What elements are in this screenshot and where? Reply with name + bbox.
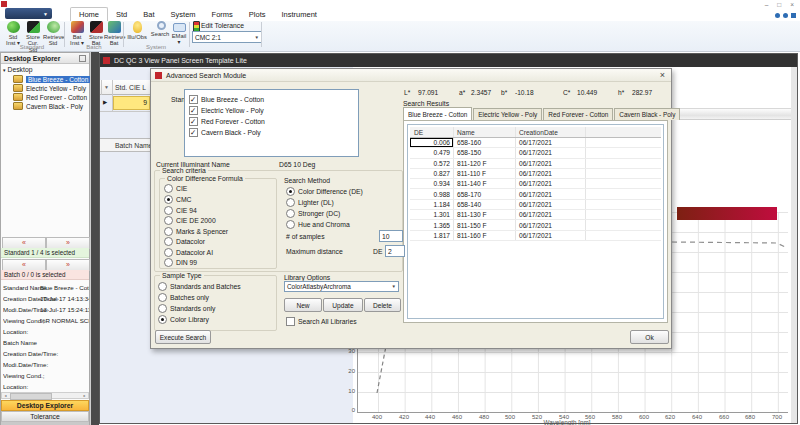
library-select[interactable]: ColorAtlasbyArchroma ▼ — [284, 281, 399, 292]
checkbox-icon — [189, 95, 198, 104]
tab-home[interactable]: Home — [70, 7, 108, 22]
folder-icon — [13, 75, 23, 83]
tab-system[interactable]: System — [163, 8, 204, 22]
radio-cmc[interactable]: CMC — [164, 195, 191, 204]
tab-instrument[interactable]: Instrument — [274, 8, 325, 22]
y-tick: 0 — [343, 407, 355, 413]
samples-input[interactable]: 10 — [379, 230, 403, 242]
radio-color-difference[interactable]: Color Difference (DE) — [286, 187, 363, 196]
new-button[interactable]: New — [284, 298, 322, 312]
standard-check-cavern-black[interactable]: Cavern Black - Poly — [189, 128, 261, 137]
standard-check-electric-yellow[interactable]: Electric Yellow - Poly — [189, 106, 264, 115]
results-table-header[interactable]: DE Name CreationDate — [410, 127, 661, 138]
scroll-left-icon[interactable]: ◂ — [2, 393, 9, 398]
ok-button[interactable]: Ok — [630, 330, 669, 344]
radio-hue-chroma[interactable]: Hue and Chroma — [286, 220, 350, 229]
radio-ciede2000[interactable]: CIE DE 2000 — [164, 216, 216, 225]
radio-standards-batches[interactable]: Standards and Batches — [158, 282, 241, 291]
pin-icon[interactable] — [79, 55, 86, 62]
update-button[interactable]: Update — [323, 298, 363, 312]
group-label-system: System — [124, 44, 188, 50]
result-row[interactable]: 1.817811-160 F06/17/2021 — [410, 231, 661, 241]
x-tick: 680 — [742, 414, 758, 420]
tab-std[interactable]: Std — [108, 8, 135, 22]
email-button[interactable]: EMail▾ — [169, 21, 189, 46]
std-inst-button[interactable]: StdInst ▾ — [3, 21, 23, 47]
panel-icon[interactable] — [791, 13, 796, 18]
expander-icon[interactable]: ▾ — [3, 67, 6, 73]
result-row[interactable]: 0.827811-110 F06/17/2021 — [410, 169, 661, 179]
dialog-titlebar[interactable]: Advanced Search Module — [151, 69, 671, 82]
result-row[interactable]: 0.988658-17006/17/2021 — [410, 189, 661, 199]
tab-forms[interactable]: Forms — [204, 8, 241, 22]
distance-input[interactable]: 2 — [385, 245, 405, 257]
scroll-thumb[interactable] — [10, 393, 52, 400]
radio-datacolor-ai[interactable]: Datacolor AI — [164, 248, 213, 257]
grid-selected-cell[interactable]: 9 — [113, 96, 150, 110]
illu-obs-button[interactable]: Illu/Obs — [126, 21, 148, 40]
retrieve-std-button[interactable]: RetrieveStd — [43, 21, 63, 47]
document-titlebar[interactable]: DC QC 3 View Panel Screen Template Lite — [100, 54, 797, 67]
tree-item-red-forever[interactable]: Red Forever - Cotton — [13, 93, 87, 101]
distance-label: Maximum distance — [286, 248, 343, 255]
maximize-button[interactable]: □ — [777, 1, 781, 8]
radio-din99[interactable]: DIN 99 — [164, 258, 197, 267]
sidebar-scrollbar[interactable]: ◂ ▸ — [1, 392, 89, 399]
result-row[interactable]: 1.365811-150 F06/17/2021 — [410, 220, 661, 230]
tree-item-cavern-black[interactable]: Cavern Black - Poly — [13, 102, 83, 110]
radio-batches-only[interactable]: Batches only — [158, 293, 209, 302]
radio-standards-only[interactable]: Standards only — [158, 304, 215, 313]
tree-root[interactable]: ▾ Desktop — [3, 66, 32, 73]
splitter[interactable] — [90, 52, 99, 425]
bat-inst-button[interactable]: BatInst ▾ — [67, 21, 87, 47]
execute-search-button[interactable]: Execute Search — [155, 330, 211, 344]
result-tab-red-forever[interactable]: Red Forever - Cotton — [543, 108, 613, 120]
search-button[interactable]: Search — [150, 21, 170, 37]
radio-cie94[interactable]: CIE 94 — [164, 206, 197, 215]
dialog-close-button[interactable]: × — [660, 70, 665, 80]
radio-icon — [164, 227, 173, 236]
help-icon[interactable] — [775, 13, 780, 18]
standard-check-blue-breeze[interactable]: Blue Breeze - Cotton — [189, 95, 264, 104]
result-row[interactable]: 0.479658-15006/17/2021 — [410, 148, 661, 158]
tab-plots[interactable]: Plots — [241, 8, 274, 22]
grid-column-header[interactable]: Std. CIE L — [115, 84, 146, 91]
store-bat-button[interactable]: StoreBat — [86, 21, 106, 47]
delete-button[interactable]: Delete — [364, 298, 401, 312]
radio-marks-spencer[interactable]: Marks & Spencer — [164, 227, 228, 236]
panel-tab-tolerance[interactable]: Tolerance — [1, 411, 89, 422]
result-row[interactable]: 0.006658-16006/17/2021 — [410, 138, 661, 148]
filter-icon[interactable]: ▼ — [104, 84, 109, 90]
retrieve-standard-icon — [47, 21, 60, 33]
tab-bat[interactable]: Bat — [135, 8, 162, 22]
radio-color-library[interactable]: Color Library — [158, 315, 209, 324]
search-all-libraries-checkbox[interactable]: Search All Libraries — [286, 317, 357, 326]
radio-icon — [164, 248, 173, 257]
tree-item-electric-yellow[interactable]: Electric Yellow - Poly — [13, 84, 86, 92]
chevron-down-icon: ▼ — [255, 35, 259, 40]
close-button[interactable]: × — [790, 1, 794, 8]
radio-cie[interactable]: CIE — [164, 184, 187, 193]
tree-item-blue-breeze[interactable]: Blue Breeze - Cotton — [13, 75, 90, 83]
radio-lighter[interactable]: Lighter (DL) — [286, 198, 334, 207]
panel-tab-desktop-explorer[interactable]: Desktop Explorer — [1, 400, 89, 411]
retrieve-bat-button[interactable]: RetrieveBat — [104, 21, 124, 47]
radio-stronger[interactable]: Stronger (DC) — [286, 209, 340, 218]
app-menu-button[interactable]: ▼ — [5, 8, 52, 19]
detail-row: Creation Date/Time:10-Jul-17 14:13:34 — [3, 293, 89, 304]
result-tab-blue-breeze[interactable]: Blue Breeze - Cotton — [403, 107, 472, 120]
info-icon[interactable] — [783, 13, 788, 18]
tolerance-select[interactable]: CMC 2:1 ▼ — [192, 31, 262, 43]
scroll-right-icon[interactable]: ▸ — [81, 393, 88, 398]
standard-check-red-forever[interactable]: Red Forever - Cotton — [189, 117, 265, 126]
radio-icon — [158, 304, 167, 313]
standard-listbox[interactable]: Blue Breeze - Cotton Electric Yellow - P… — [184, 89, 359, 157]
result-tab-electric-yellow[interactable]: Electric Yellow - Poly — [473, 108, 542, 120]
result-row[interactable]: 0.572811-120 F06/17/2021 — [410, 159, 661, 169]
result-row[interactable]: 1.301811-130 F06/17/2021 — [410, 210, 661, 220]
minimize-button[interactable]: – — [765, 1, 769, 8]
result-tab-cavern-black[interactable]: Cavern Black - Poly — [614, 108, 680, 120]
radio-datacolor[interactable]: Datacolor — [164, 237, 205, 246]
result-row[interactable]: 1.184658-14006/17/2021 — [410, 200, 661, 210]
result-row[interactable]: 0.934811-140 F06/17/2021 — [410, 179, 661, 189]
